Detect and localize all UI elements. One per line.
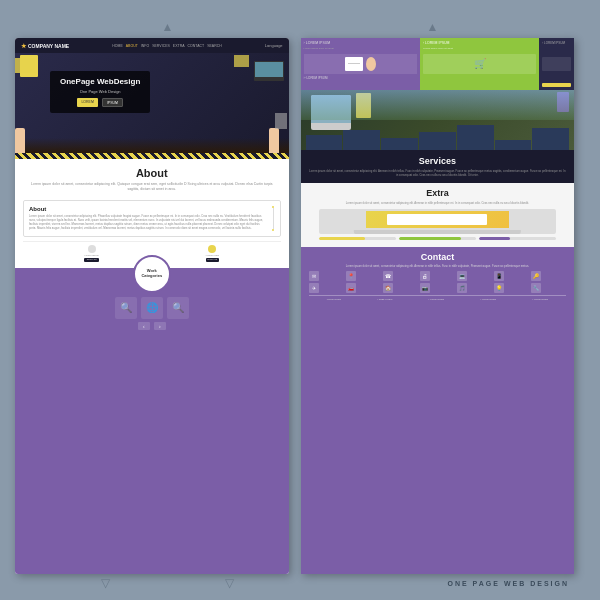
nav-about[interactable]: ABOUT [126,44,138,48]
contact-footer-link-4[interactable]: | Lorem ipsum [480,298,496,301]
globe-icon: 🌐 [146,302,158,313]
contact-title: Contact [309,252,567,262]
nav-search[interactable]: SEARCH [207,44,222,48]
hero-laptop-screen [255,62,283,77]
work-nav-arrows: ‹ › [25,322,279,330]
chevron-down-left: ▽ [101,576,110,590]
extra-title: Extra [309,188,567,198]
extra-text: Lorem ipsum dolor sit amet, consectetur … [309,201,567,205]
book-icon [275,113,287,129]
work-circle-text: Work Categories [141,269,162,279]
about-link-1: Lorem ipsum Dolor Sit [84,245,98,262]
nav-extra[interactable]: EXTRA [173,44,185,48]
contact-icon-mobile: 📱 [494,271,504,281]
laptop-content [366,211,509,229]
paper-1 [15,58,35,73]
nav-contact[interactable]: CONTACT [188,44,205,48]
about-link-2: AmenLorem Dolor Sit [206,245,220,262]
contact-footer-link-2[interactable]: | Page Lorem [377,298,392,301]
contact-footer-link-3[interactable]: | Lorem ipsum [428,298,444,301]
hero-title: OnePage WebDesign [60,77,140,87]
contact-icon-printer: 🖨 [420,271,430,281]
document-icon [345,57,363,71]
chevron-up-right: ▲ [427,20,439,34]
contact-icon-laptop: 💻 [457,271,467,281]
hero-text-box: OnePage WebDesign One Page Web Design LO… [50,71,150,113]
top-card-dark: › LOREM IPSUM [539,38,574,90]
about-link-name-1: Lorem ipsum [84,254,98,257]
services-title: Services [309,156,567,166]
right-top-row: › LOREM IPSUM Lorem ipsum dolor sit amet… [301,38,575,90]
extra-progress-row [319,237,557,240]
building-7 [532,128,569,150]
laptop-base [354,230,520,234]
right-panel: › LOREM IPSUM Lorem ipsum dolor sit amet… [301,38,575,574]
company-name-text: COMPANY NAME [28,43,69,49]
paper-2 [234,55,249,67]
about-link-tag-1[interactable]: Dolor Sit [84,258,98,262]
top-card-purple: › LOREM IPSUM Lorem ipsum dolor sit amet… [301,38,420,90]
contact-text: Lorem ipsum dolor sit amet, consectetur … [309,264,567,268]
building-4 [419,132,456,150]
contact-footer-link-5[interactable]: | Lorem ipsum [532,298,548,301]
person-icon [366,57,376,71]
main-container: ▲ ▲ ★ COMPANY NAME HOME ABOUT INFO SERVI… [0,0,600,600]
avatar-1 [88,245,96,253]
work-item-2[interactable]: 🌐 [141,297,163,319]
nav-home[interactable]: HOME [112,44,123,48]
top-card-purple-label2: ›› LOREM IPSUM [304,76,417,80]
about-link-tag-2[interactable]: Dolor Sit [206,258,220,262]
contact-section: Contact Lorem ipsum dolor sit amet, cons… [301,247,575,574]
services-section: Services Lorem ipsum dolor sit amet, con… [301,150,575,183]
building-6 [495,140,532,150]
nav-services[interactable]: SERVICES [152,44,170,48]
top-chevrons: ▲ ▲ [15,20,585,34]
contact-footer-link-1[interactable]: Lorem ipsum [327,298,341,301]
cart-icon: 🛒 [423,54,536,74]
badge-lorem[interactable]: LOREM [77,98,97,107]
scroll-line [273,208,274,229]
magnifier-icon: 🔍 [120,302,132,313]
top-card-purple-label: › LOREM IPSUM [304,41,417,45]
hand-left-icon [15,128,25,153]
services-text: Lorem ipsum dolor sit amet, consectetur … [309,169,567,177]
nav-info[interactable]: INFO [141,44,149,48]
contact-icon-music: 🎵 [457,283,467,293]
contact-icon-bulb: 💡 [494,283,504,293]
doc-line-1 [348,63,360,64]
work-prev-arrow[interactable]: ‹ [138,322,150,330]
top-card-green-text: Lorem ipsum dolor sit amet [423,47,536,51]
badge-ipsum[interactable]: IPSUM [102,98,123,107]
about-intro-text: Lorem ipsum dolor sit amet, consectetur … [25,182,279,192]
left-panel: ★ COMPANY NAME HOME ABOUT INFO SERVICES … [15,38,289,574]
building-1 [306,135,343,150]
top-card-dark-label: › LOREM IPSUM [542,41,571,45]
city-skyline [301,125,575,150]
scroll-dot-bottom [272,229,274,231]
hand-right-icon [269,128,279,153]
work-item-3[interactable]: 🔍 [167,297,189,319]
contact-icons-grid: ✉ 📍 ☎ 🖨 💻 📱 🔑 ✈ 🚗 🏠 📷 🎵 💡 🔧 [309,271,567,293]
contact-icon-plane: ✈ [309,283,319,293]
about-box-text: Lorem ipsum dolor sit amet, consectetur … [29,214,267,231]
work-next-arrow[interactable]: › [154,322,166,330]
work-items-row: 🔍 🌐 🔍 [25,297,279,319]
building-5 [457,125,494,150]
nav-links: HOME ABOUT INFO SERVICES EXTRA CONTACT S… [112,44,222,48]
avatar-2 [208,245,216,253]
search-icon: 🔍 [172,302,184,313]
work-item-1[interactable]: 🔍 [115,297,137,319]
top-card-purple-text: Lorem ipsum dolor sit amet [304,47,417,51]
contact-icon-wrench: 🔧 [531,283,541,293]
contact-footer-links: Lorem ipsum | Page Lorem | Lorem ipsum |… [309,295,567,301]
work-label-2: Categories [141,274,162,279]
progress-bar-2 [399,237,476,240]
left-nav: ★ COMPANY NAME HOME ABOUT INFO SERVICES … [15,38,289,53]
about-scrollbar[interactable] [272,206,275,231]
about-box-left: About Lorem ipsum dolor sit amet, consec… [29,206,267,231]
hero-laptop-icon [254,61,284,81]
about-heading: About [25,167,279,179]
sky-bg [301,90,575,120]
language-selector[interactable]: Language [265,43,283,48]
extra-section: Extra Lorem ipsum dolor sit amet, consec… [301,183,575,246]
